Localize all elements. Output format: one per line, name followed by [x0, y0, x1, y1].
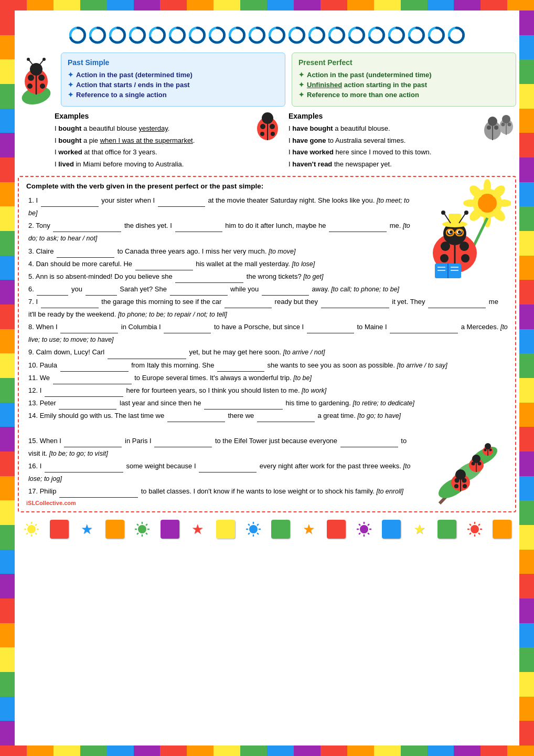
- svg-line-118: [146, 533, 148, 534]
- svg-point-27: [40, 83, 45, 89]
- svg-rect-75: [448, 214, 461, 225]
- question-15: 15. When I in Paris I to the Eifel Tower…: [26, 435, 419, 460]
- svg-line-28: [29, 60, 33, 65]
- svg-point-125: [249, 525, 258, 533]
- pp-item-2: ✦ Unfinished action starting in the past: [298, 81, 509, 89]
- svg-point-51: [484, 179, 491, 194]
- svg-point-24: [28, 75, 34, 81]
- svg-point-95: [454, 484, 458, 488]
- svg-line-113: [26, 524, 28, 526]
- top-color-strip: [0, 0, 534, 10]
- svg-point-26: [27, 83, 33, 89]
- svg-line-145: [478, 533, 480, 534]
- question-8: 8. When I in Columbia I to have a Porsch…: [26, 321, 508, 346]
- svg-point-116: [138, 525, 146, 533]
- present-perfect-box: Present Perfect ✦ Action in the past (un…: [292, 52, 516, 107]
- ex-present-2: I have gone to Australia several times.: [289, 135, 478, 146]
- svg-line-111: [26, 533, 28, 534]
- question-6: 6. you Sarah yet? She while you away. [t…: [26, 283, 508, 296]
- svg-point-66: [461, 254, 469, 262]
- svg-point-70: [458, 230, 461, 234]
- grammar-boxes-row: Past Simple ✦ Action in the past (determ…: [18, 52, 516, 107]
- svg-point-94: [462, 478, 467, 483]
- svg-line-127: [257, 533, 259, 534]
- svg-point-29: [27, 58, 30, 61]
- svg-point-37: [260, 132, 264, 136]
- svg-point-25: [38, 75, 45, 81]
- svg-line-136: [368, 533, 369, 534]
- question-16: 16. I some weight because I every night …: [26, 460, 419, 485]
- svg-line-149: [469, 524, 471, 526]
- svg-point-47: [501, 123, 505, 127]
- examples-past-title: Examples: [55, 112, 249, 120]
- svg-point-96: [463, 484, 467, 488]
- bullet-icon-3: ✦: [68, 91, 73, 99]
- svg-line-140: [359, 524, 360, 526]
- small-ladybug-2: [482, 112, 516, 145]
- svg-point-53: [463, 200, 478, 207]
- bottom-deco-row: ★★★★: [18, 516, 516, 543]
- bottom-color-strip: [0, 746, 534, 756]
- question-11: 11. We to Europe several times. It's alw…: [26, 372, 508, 384]
- present-perfect-examples: Examples I have bought a beautiful blous…: [289, 112, 516, 171]
- svg-point-93: [455, 478, 460, 483]
- question-17: 17. Philip to ballet classes. I don't kn…: [26, 485, 419, 498]
- question-2: 2. Tony the dishes yet. I him to do it a…: [26, 219, 413, 245]
- ex-present-1: I have bought a beautiful blouse.: [289, 123, 478, 134]
- ex-past-2: I bought a pie when I was at the superma…: [55, 135, 249, 146]
- right-strip: [519, 10, 534, 746]
- full-page: Past Simple ✦ Action in the past (determ…: [0, 0, 534, 756]
- ex-past-4: I lived in Miami before moving to Austra…: [55, 159, 249, 170]
- questions-container-2: 4. Dan should be more careful. He his wa…: [26, 258, 508, 507]
- svg-point-65: [440, 254, 448, 262]
- spiral-row: [18, 21, 516, 47]
- ladybug-decoration: [18, 52, 55, 105]
- svg-line-129: [248, 533, 250, 534]
- svg-point-143: [471, 525, 479, 533]
- svg-line-138: [359, 533, 360, 534]
- svg-point-35: [260, 124, 265, 129]
- examples-row: Examples I bought a beautiful blouse yes…: [55, 112, 516, 171]
- svg-point-69: [450, 230, 453, 234]
- ladybug-leaf: [424, 422, 508, 506]
- svg-point-106: [489, 449, 492, 452]
- svg-line-120: [137, 533, 139, 534]
- ex-present-4: I haven't read the newspaper yet.: [289, 159, 478, 170]
- svg-line-147: [469, 533, 471, 534]
- pp-bullet-2: ✦: [298, 81, 304, 89]
- svg-line-131: [248, 524, 250, 526]
- inner-page: Past Simple ✦ Action in the past (determ…: [15, 21, 519, 756]
- svg-point-64: [460, 242, 469, 251]
- ex-past-1: I bought a beautiful blouse yesterday.: [55, 123, 249, 134]
- svg-line-142: [368, 524, 369, 526]
- svg-point-31: [42, 58, 46, 61]
- svg-point-134: [360, 525, 368, 533]
- svg-line-133: [257, 524, 259, 526]
- small-ladybug-1: [253, 112, 282, 142]
- svg-point-83: [441, 211, 445, 215]
- svg-line-115: [35, 524, 37, 526]
- svg-line-122: [137, 524, 139, 526]
- svg-point-36: [270, 124, 275, 129]
- bee-character: [419, 177, 511, 279]
- svg-point-101: [478, 462, 482, 466]
- ps-item-1: ✦ Action in the past (determined time): [68, 71, 279, 79]
- q15-row: 15. When I in Paris I to the Eifel Tower…: [26, 422, 508, 506]
- svg-point-48: [508, 123, 511, 127]
- question-10: 10. Paula from Italy this morning. She s…: [26, 359, 508, 372]
- past-simple-box: Past Simple ✦ Action in the past (determ…: [61, 52, 285, 107]
- pp-item-3: ✦ Reference to more than one action: [298, 91, 509, 99]
- question-12: 12. I here for fourteen years, so I thin…: [26, 384, 508, 397]
- svg-point-63: [441, 242, 450, 251]
- bullet-icon-2: ✦: [68, 81, 73, 89]
- pp-bullet-1: ✦: [298, 71, 304, 79]
- svg-point-105: [484, 449, 487, 452]
- present-perfect-title: Present Perfect: [298, 58, 509, 67]
- examples-present-title: Examples: [289, 112, 478, 120]
- question-3: 3. Claire to Canada three years ago. I m…: [26, 245, 413, 258]
- svg-point-85: [464, 211, 468, 215]
- ex-past-3: I worked at that office for 3 years.: [55, 147, 249, 158]
- ps-item-2: ✦ Action that starts / ends in the past: [68, 81, 279, 89]
- svg-point-38: [271, 132, 275, 136]
- pp-item-1: ✦ Action in the past (undetermined time): [298, 71, 509, 79]
